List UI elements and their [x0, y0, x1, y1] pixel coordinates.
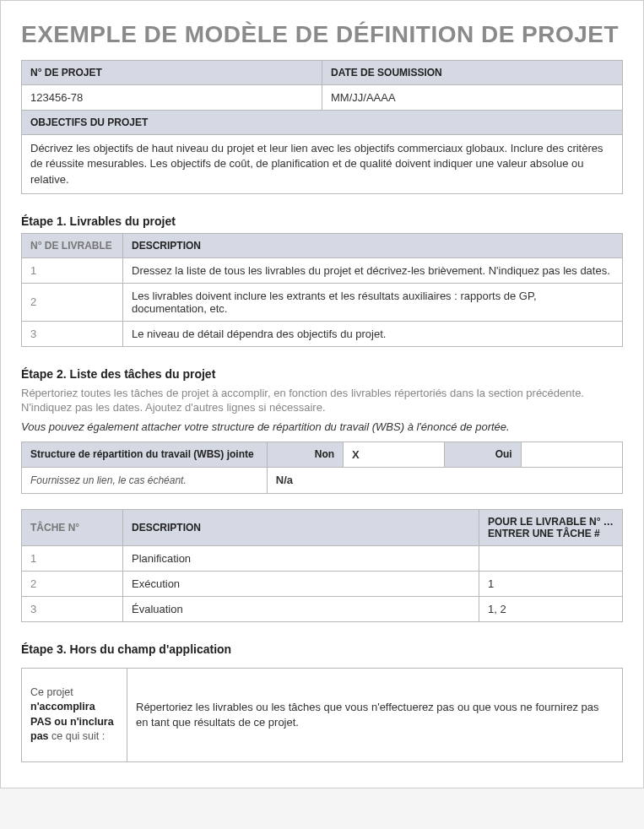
wbs-non-label: Non — [267, 442, 343, 467]
date-value: MM/JJ/AAAA — [322, 85, 623, 111]
deliv-col-no: N° DE LIVRABLE — [22, 233, 123, 257]
wbs-link-value: N/a — [267, 467, 622, 493]
task-row-desc: Planification — [123, 545, 479, 571]
task-row-num: 2 — [22, 571, 123, 596]
out-of-scope-table: Ce projet n'accomplira PAS ou n'inclura … — [21, 668, 623, 762]
deliv-col-desc: DESCRIPTION — [123, 233, 623, 257]
deliv-row-num: 3 — [22, 321, 123, 346]
table-row: 3 Évaluation 1, 2 — [22, 596, 623, 621]
task-row-deliv: 1, 2 — [479, 596, 623, 621]
task-row-num: 1 — [22, 545, 123, 571]
step1-heading: Étape 1. Livrables du projet — [21, 214, 623, 228]
deliv-row-desc: Les livrables doivent inclure les extran… — [123, 283, 623, 321]
proj-no-value: 123456-78 — [22, 85, 322, 111]
wbs-oui-value — [521, 442, 622, 467]
scope-label-cell: Ce projet n'accomplira PAS ou n'inclura … — [22, 668, 127, 761]
task-row-desc: Évaluation — [123, 596, 479, 621]
task-row-deliv — [479, 545, 623, 571]
project-header-table: N° DE PROJET DATE DE SOUMISSION 123456-7… — [21, 60, 623, 194]
step3-heading: Étape 3. Hors du champ d'application — [21, 642, 623, 656]
deliv-row-desc: Dressez la liste de tous les livrables d… — [123, 257, 623, 283]
date-label: DATE DE SOUMISSION — [322, 61, 623, 85]
deliv-row-num: 2 — [22, 283, 123, 321]
scope-label-post: ce qui suit : — [49, 730, 106, 742]
table-row: 1 Dressez la liste de tous les livrables… — [22, 257, 623, 283]
wbs-oui-label: Oui — [445, 442, 521, 467]
table-row: 2 Exécution 1 — [22, 571, 623, 596]
step2-heading: Étape 2. Liste des tâches du projet — [21, 367, 623, 381]
task-row-num: 3 — [22, 596, 123, 621]
task-col-no: TÂCHE N° — [22, 509, 123, 545]
step2-note: Vous pouvez également attacher votre str… — [21, 420, 623, 433]
wbs-label: Structure de répartition du travail (WBS… — [22, 442, 268, 467]
scope-label-pre: Ce projet — [30, 686, 73, 698]
task-col-deliv: POUR LE LIVRABLE N° … ENTRER UNE TÂCHE # — [479, 509, 623, 545]
deliv-row-num: 1 — [22, 257, 123, 283]
wbs-link-label: Fournissez un lien, le cas échéant. — [22, 467, 268, 493]
table-row: 2 Les livrables doivent inclure les extr… — [22, 283, 623, 321]
objectives-label: OBJECTIFS DU PROJET — [22, 111, 623, 135]
tasks-table: TÂCHE N° DESCRIPTION POUR LE LIVRABLE N°… — [21, 509, 623, 622]
deliv-row-desc: Le niveau de détail dépendra des objecti… — [123, 321, 623, 346]
task-row-desc: Exécution — [123, 571, 479, 596]
objectives-text: Décrivez les objectifs de haut niveau du… — [22, 135, 623, 194]
proj-no-label: N° DE PROJET — [22, 61, 322, 85]
document-title: EXEMPLE DE MODÈLE DE DÉFINITION DE PROJE… — [21, 21, 623, 48]
scope-text: Répertoriez les livrables ou les tâches … — [127, 668, 623, 761]
task-col-desc: DESCRIPTION — [123, 509, 479, 545]
wbs-non-value: X — [344, 442, 445, 467]
wbs-table: Structure de répartition du travail (WBS… — [21, 442, 623, 494]
deliverables-table: N° DE LIVRABLE DESCRIPTION 1 Dressez la … — [21, 233, 623, 347]
document-page: EXEMPLE DE MODÈLE DE DÉFINITION DE PROJE… — [0, 0, 644, 788]
task-row-deliv: 1 — [479, 571, 623, 596]
table-row: 1 Planification — [22, 545, 623, 571]
table-row: 3 Le niveau de détail dépendra des objec… — [22, 321, 623, 346]
step2-subtext: Répertoriez toutes les tâches de projet … — [21, 386, 623, 415]
